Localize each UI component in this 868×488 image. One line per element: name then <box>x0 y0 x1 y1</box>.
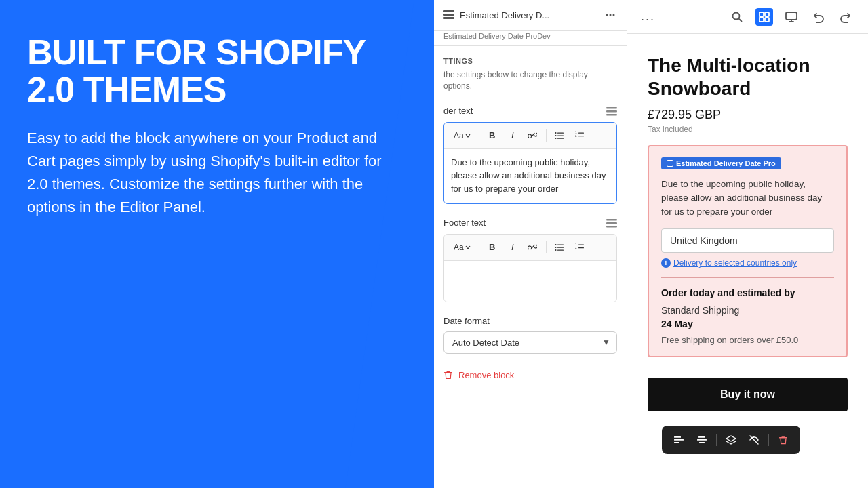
editor-subtitle: Estimated Delivery Date ProDev <box>434 30 627 46</box>
float-divider-2 <box>768 434 769 446</box>
footer-link-button[interactable] <box>524 239 542 256</box>
description-text: Easy to add the block anywhere on your P… <box>27 127 387 219</box>
info-icon: i <box>661 258 671 268</box>
svg-rect-6 <box>606 107 617 109</box>
header-text-editor[interactable]: Aa B I 1.2. <box>443 122 617 204</box>
floating-toolbar <box>662 426 800 454</box>
svg-rect-41 <box>674 442 679 443</box>
svg-rect-1 <box>443 14 454 16</box>
link-button[interactable] <box>524 127 542 144</box>
svg-rect-23 <box>557 245 564 245</box>
footer-text-label: Footer text <box>443 218 617 228</box>
footer-ordered-button[interactable]: 1.2. <box>571 239 589 256</box>
remove-block-button[interactable]: Remove block <box>443 365 514 386</box>
product-tax: Tax included <box>648 125 848 134</box>
delivery-info-link[interactable]: i Delivery to selected countries only <box>661 258 834 268</box>
delete-button[interactable] <box>773 430 793 450</box>
svg-rect-29 <box>578 245 584 245</box>
left-panel: BUILT FOR SHOPIFY 2.0 THEMES Easy to add… <box>0 0 434 488</box>
widget-notice: Due to the upcoming public holiday, plea… <box>661 178 834 219</box>
footer-divider-2 <box>546 241 547 253</box>
footer-bullet-button[interactable] <box>551 239 568 256</box>
widget-divider <box>661 277 834 278</box>
svg-rect-39 <box>674 436 681 438</box>
widget-badge: Estimated Delivery Date Pro <box>661 157 781 169</box>
bold-button[interactable]: B <box>484 127 501 144</box>
date-format-group: Date format Auto Detect Date DD/MM/YYYY … <box>443 316 617 354</box>
align-center-button[interactable] <box>692 430 712 450</box>
footer-text-group: Footer text Aa B I <box>443 218 617 302</box>
svg-rect-40 <box>674 439 684 441</box>
svg-rect-8 <box>606 114 617 116</box>
shipping-note: Free shipping on orders over £50.0 <box>661 335 834 345</box>
undo-icon[interactable] <box>810 8 827 26</box>
footer-divider-1 <box>479 241 479 253</box>
svg-point-11 <box>555 135 557 136</box>
country-input[interactable] <box>661 228 834 253</box>
footer-italic-button[interactable]: I <box>504 239 521 256</box>
svg-rect-7 <box>606 110 617 113</box>
svg-point-3 <box>606 14 608 16</box>
shipping-name: Standard Shipping <box>661 305 834 316</box>
svg-point-9 <box>555 132 557 134</box>
main-heading: BUILT FOR SHOPIFY 2.0 THEMES <box>27 34 400 108</box>
product-price: £729.95 GBP <box>648 108 848 122</box>
svg-text:2.: 2. <box>575 246 577 249</box>
svg-point-4 <box>610 14 612 16</box>
svg-rect-20 <box>606 222 617 224</box>
cursor-select-icon[interactable] <box>755 8 773 26</box>
date-format-select-wrapper: Auto Detect Date DD/MM/YYYY MM/DD/YYYY Y… <box>443 331 617 354</box>
svg-rect-42 <box>698 436 705 438</box>
footer-bold-button[interactable]: B <box>484 239 501 256</box>
monitor-icon[interactable] <box>783 8 800 26</box>
stack-small-icon-2 <box>606 218 617 228</box>
svg-rect-10 <box>557 133 564 134</box>
svg-rect-32 <box>444 372 452 373</box>
svg-point-24 <box>555 247 557 248</box>
bullet-list-button[interactable] <box>551 127 568 144</box>
footer-toolbar: Aa B I 1.2. <box>444 235 616 261</box>
preview-area: ... <box>627 0 868 488</box>
svg-rect-36 <box>760 18 764 22</box>
hide-button[interactable] <box>744 430 764 450</box>
topbar-icons <box>728 8 854 26</box>
italic-button[interactable]: I <box>504 127 521 144</box>
svg-rect-21 <box>606 226 617 228</box>
align-left-button[interactable] <box>669 430 689 450</box>
ordered-list-button[interactable]: 1.2. <box>571 127 589 144</box>
svg-rect-45 <box>779 437 787 439</box>
buy-button[interactable]: Buy it now <box>648 378 848 411</box>
footer-text-content[interactable] <box>444 261 616 302</box>
header-text-content[interactable]: Due to the upcoming public holiday, plea… <box>444 149 616 203</box>
footer-text-editor[interactable]: Aa B I 1.2. <box>443 234 617 302</box>
widget-header: Estimated Delivery Date Pro <box>661 157 834 169</box>
topbar: ... <box>627 0 868 34</box>
redo-icon[interactable] <box>837 8 854 26</box>
svg-rect-38 <box>786 12 797 20</box>
section-desc: the settings below to change the display… <box>443 69 617 92</box>
section-settings: TTINGS the settings below to change the … <box>443 57 617 92</box>
right-panel: Estimated Delivery D... Estimated Delive… <box>434 0 868 488</box>
more-options-icon[interactable] <box>604 8 617 22</box>
font-size-button[interactable]: Aa <box>450 129 475 142</box>
search-icon[interactable] <box>728 8 746 26</box>
svg-rect-2 <box>443 17 454 19</box>
toolbar-divider-1 <box>479 129 479 142</box>
stack-icon <box>443 9 454 20</box>
svg-point-5 <box>613 14 615 16</box>
layers-button[interactable] <box>721 430 741 450</box>
editor-body: TTINGS the settings below to change the … <box>434 46 627 488</box>
shopify-preview: The Multi-location Snowboard £729.95 GBP… <box>627 34 868 488</box>
section-label: TTINGS <box>443 57 617 65</box>
editor-header: Estimated Delivery D... <box>434 0 627 30</box>
footer-font-size-button[interactable]: Aa <box>450 241 475 253</box>
product-title: The Multi-location Snowboard <box>648 54 848 100</box>
svg-rect-16 <box>578 133 584 134</box>
svg-rect-35 <box>765 12 769 16</box>
svg-rect-31 <box>578 247 584 248</box>
svg-point-22 <box>555 244 557 245</box>
svg-rect-12 <box>557 136 564 136</box>
svg-point-26 <box>555 249 557 251</box>
date-format-select[interactable]: Auto Detect Date DD/MM/YYYY MM/DD/YYYY Y… <box>443 331 617 354</box>
header-toolbar: Aa B I 1.2. <box>444 123 616 149</box>
